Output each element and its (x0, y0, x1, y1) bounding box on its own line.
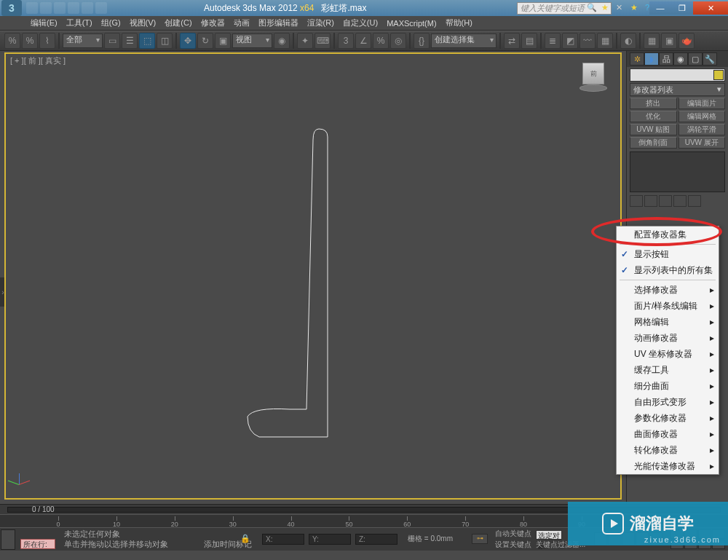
remove-modifier-icon[interactable] (673, 195, 687, 207)
angle-snap-icon[interactable]: ∠ (355, 33, 371, 49)
curve-editor-icon[interactable]: 〰 (579, 33, 596, 49)
bind-spacewarp-icon[interactable]: ⌇ (39, 33, 55, 49)
subscription-icon[interactable]: ★ (601, 3, 612, 13)
ctx-radiosity-modifiers[interactable]: 光能传递修改器 (617, 458, 719, 474)
menu-help[interactable]: 帮助(H) (441, 16, 477, 30)
ctx-patch-spline-editing[interactable]: 面片/样条线编辑 (617, 298, 719, 314)
object-color-swatch[interactable] (713, 70, 724, 80)
modifier-list-combo[interactable]: 修改器列表 (630, 83, 725, 96)
menu-views[interactable]: 视图(V) (125, 16, 161, 30)
key-selection-combo[interactable]: 选定对象 (536, 530, 562, 540)
select-icon[interactable]: ▭ (104, 33, 120, 49)
menu-rendering[interactable]: 渲染(R) (303, 16, 339, 30)
coord-y-input[interactable]: Y: (309, 534, 351, 545)
menu-modifiers[interactable]: 修改器 (197, 16, 229, 30)
viewcube[interactable]: 前 (579, 63, 607, 90)
menu-maxscript[interactable]: MAXScript(M) (382, 17, 440, 29)
move-icon[interactable]: ✥ (180, 33, 196, 49)
mod-btn-uvwmap[interactable]: UVW 贴图 (630, 124, 677, 135)
snap-toggle-icon[interactable]: 3 (338, 33, 354, 49)
manipulate-icon[interactable]: ✦ (297, 33, 313, 49)
menu-graph-editors[interactable]: 图形编辑器 (254, 16, 303, 30)
undo-icon[interactable] (68, 2, 79, 14)
display-tab-icon[interactable]: ▢ (688, 52, 703, 66)
ctx-show-buttons[interactable]: 显示按钮 (617, 246, 719, 262)
macro-recorder-icon[interactable] (1, 529, 15, 550)
spinner-snap-icon[interactable]: ◎ (390, 33, 406, 49)
ctx-mesh-editing[interactable]: 网格编辑 (617, 314, 719, 330)
ctx-free-form-deformations[interactable]: 自由形式变形 (617, 394, 719, 410)
ctx-conversion-modifiers[interactable]: 转化修改器 (617, 442, 719, 458)
menu-animation[interactable]: 动画 (229, 16, 254, 30)
scale-icon[interactable]: ▣ (215, 33, 231, 49)
hierarchy-tab-icon[interactable]: 品 (659, 52, 673, 66)
ctx-selection-modifiers[interactable]: 选择修改器 (617, 282, 719, 298)
rotate-icon[interactable]: ↻ (197, 33, 213, 49)
ref-coord-combo[interactable]: 视图 (232, 33, 272, 48)
align-icon[interactable]: ▤ (521, 33, 537, 49)
show-end-result-icon[interactable] (644, 195, 657, 207)
mod-btn-editpatch[interactable]: 编辑面片 (678, 98, 726, 109)
motion-tab-icon[interactable]: ◉ (673, 52, 688, 66)
app-logo-icon[interactable]: 3 (1, 0, 22, 16)
spline-shape[interactable] (246, 127, 363, 447)
modifier-stack[interactable] (630, 151, 725, 192)
window-crossing-icon[interactable]: ◫ (157, 33, 173, 49)
frame-indicator[interactable]: 0 / 100 (32, 505, 55, 513)
mod-btn-editmesh[interactable]: 编辑网格 (678, 111, 726, 122)
ctx-show-all-sets[interactable]: 显示列表中的所有集 (617, 262, 719, 278)
auto-key-button[interactable]: 自动关键点 (495, 529, 531, 539)
set-key-icon[interactable]: ⊶ (472, 534, 488, 544)
favorite-icon[interactable]: ★ (630, 3, 641, 13)
coord-x-input[interactable]: X: (262, 534, 304, 545)
selection-filter-combo[interactable]: 全部 (63, 33, 103, 48)
configure-sets-icon[interactable] (688, 195, 701, 207)
maximize-button[interactable]: ❐ (671, 1, 693, 15)
mod-btn-extrude[interactable]: 挤出 (630, 98, 677, 109)
edit-named-sel-icon[interactable]: {} (414, 33, 430, 49)
menu-tools[interactable]: 工具(T) (62, 16, 97, 30)
schematic-view-icon[interactable]: ▦ (597, 33, 613, 49)
viewport-front[interactable]: [ + ][ 前 ][ 真实 ] 前 (4, 52, 622, 500)
menu-customize[interactable]: 自定义(U) (339, 16, 382, 30)
lock-selection-icon[interactable]: 🔒 (240, 534, 250, 543)
object-name-input[interactable] (630, 68, 725, 82)
mod-btn-uvwunwrap[interactable]: UVW 展开 (678, 137, 726, 149)
mod-btn-turbosmooth[interactable]: 涡轮平滑 (678, 124, 726, 135)
viewcube-face-icon[interactable]: 前 (582, 63, 604, 84)
menu-create[interactable]: 创建(C) (160, 16, 196, 30)
mirror-icon[interactable]: ⇄ (504, 33, 520, 49)
redo-icon[interactable] (82, 2, 93, 14)
close-button[interactable]: ✕ (693, 1, 728, 15)
render-icon[interactable]: 🫖 (678, 33, 695, 49)
menu-group[interactable]: 组(G) (97, 16, 125, 30)
unlink-icon[interactable]: % (22, 33, 38, 49)
modify-tab-icon[interactable]: ◗ (644, 52, 659, 66)
layers-icon[interactable]: ≣ (545, 33, 561, 49)
ctx-cache-tools[interactable]: 缓存工具 (617, 362, 719, 378)
percent-snap-icon[interactable]: % (373, 33, 389, 49)
search-icon[interactable]: 🔍 (587, 3, 597, 13)
pivot-icon[interactable]: ◉ (274, 33, 290, 49)
select-name-icon[interactable]: ☰ (122, 33, 138, 49)
ctx-uv-modifiers[interactable]: UV 坐标修改器 (617, 346, 719, 362)
mod-btn-bevelprofile[interactable]: 倒角剖面 (630, 137, 677, 149)
ctx-parametric-modifiers[interactable]: 参数化修改器 (617, 410, 719, 426)
mod-btn-optimize[interactable]: 优化 (630, 111, 677, 122)
link-icon[interactable]: % (4, 33, 20, 49)
graphite-icon[interactable]: ◩ (562, 33, 578, 49)
utilities-tab-icon[interactable]: 🔧 (703, 52, 717, 66)
coord-z-input[interactable]: Z: (355, 534, 397, 545)
viewport-label[interactable]: [ + ][ 前 ][ 真实 ] (10, 55, 66, 66)
make-unique-icon[interactable] (659, 195, 672, 207)
qat-more-icon[interactable] (95, 2, 107, 14)
set-key-button[interactable]: 设置关键点 (495, 540, 531, 550)
pin-stack-icon[interactable] (630, 195, 643, 207)
rendered-frame-icon[interactable]: ▣ (661, 33, 677, 49)
minimize-button[interactable]: — (649, 1, 671, 15)
open-icon[interactable] (40, 2, 52, 14)
ctx-surface-modifiers[interactable]: 曲面修改器 (617, 426, 719, 442)
new-icon[interactable] (26, 2, 38, 14)
save-icon[interactable] (54, 2, 66, 14)
menu-edit[interactable]: 编辑(E) (26, 16, 62, 30)
